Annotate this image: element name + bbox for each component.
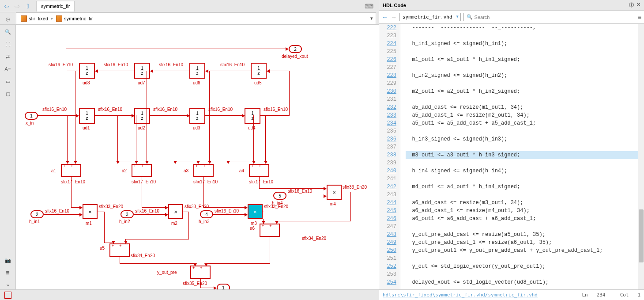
line-number[interactable]: 248 (379, 231, 396, 239)
code-line[interactable]: a6_add_cast_1 <= resize(m4_out1, 34); (406, 207, 638, 215)
nav-back-button[interactable]: ← (382, 14, 388, 21)
fit-icon[interactable]: ⛶ (4, 40, 12, 49)
code-line[interactable] (406, 191, 638, 199)
code-line[interactable] (406, 223, 638, 231)
line-number[interactable]: 234 (379, 119, 396, 127)
expand-icon[interactable]: » (4, 281, 12, 289)
delay-block-ud3[interactable]: 1z (189, 108, 205, 124)
delay-block-ud7[interactable]: 1z (134, 63, 150, 79)
code-line[interactable] (406, 48, 638, 56)
code-content[interactable]: ------- -------------- --_----------, h_… (400, 24, 638, 289)
code-editor[interactable]: 2222232242252262272282292302312322332342… (379, 24, 644, 289)
delay-block-ud6[interactable]: 1z (189, 63, 205, 79)
file-path[interactable]: hdlsrc\sfir_fixed\symmetric_fir.vhd/symm… (383, 292, 538, 298)
line-number[interactable]: 233 (379, 111, 396, 119)
scrollbar-thumb[interactable] (639, 209, 644, 262)
line-number[interactable]: 238 (379, 151, 396, 159)
code-line[interactable]: y_out <= std_logic_vector(y_out_pre_out1… (406, 262, 638, 270)
close-icon[interactable]: ✕ (636, 2, 640, 8)
code-line[interactable]: a5_add_cast_1 <= resize(m2_out1, 34); (406, 111, 638, 119)
code-line[interactable]: h_in3_signed <= signed(h_in3); (406, 135, 638, 143)
inport-1[interactable]: 1 (25, 112, 38, 120)
line-number[interactable]: 254 (379, 278, 396, 286)
add-block-a1[interactable]: ++ (61, 164, 81, 177)
model-tab[interactable]: symmetric_fir (36, 1, 75, 11)
scrollbar[interactable] (638, 24, 644, 289)
line-number[interactable]: 240 (379, 167, 396, 175)
inport-4[interactable]: 4 (200, 210, 213, 218)
breadcrumb-item[interactable]: sfir_fixed (19, 15, 50, 22)
code-line[interactable] (406, 95, 638, 103)
add-block-a2[interactable]: ++ (132, 164, 152, 177)
line-number[interactable]: 250 (379, 247, 396, 254)
list-icon[interactable]: ≣ (4, 268, 12, 277)
target-icon[interactable]: ◎ (4, 15, 12, 24)
line-number[interactable]: 244 (379, 199, 396, 207)
code-line[interactable]: h_in4_signed <= signed(h_in4); (406, 167, 638, 175)
code-line[interactable] (406, 127, 638, 135)
text-icon[interactable]: A≡ (4, 65, 12, 73)
inport-5[interactable]: 5 (273, 192, 286, 200)
line-number[interactable]: 252 (379, 262, 396, 270)
delay-block-ud2[interactable]: 1z (134, 108, 150, 124)
line-number[interactable]: 222 (379, 24, 396, 32)
code-line[interactable] (406, 270, 638, 278)
code-line[interactable]: a6_add_cast <= resize(m3_out1, 34); (406, 199, 638, 207)
code-line[interactable]: m3_out1 <= a3_out1 * h_in3_signed; (406, 151, 638, 159)
line-number[interactable]: 242 (379, 183, 396, 191)
line-number[interactable]: 230 (379, 87, 396, 95)
code-line[interactable]: y_out_pre_add_cast_1 <= resize(a6_out1, … (406, 239, 638, 247)
keyboard-icon[interactable]: ⌨ (365, 3, 373, 10)
nav-back-button[interactable]: ⇦ (2, 1, 11, 11)
code-line[interactable] (406, 254, 638, 262)
breadcrumb-item[interactable]: symmetric_fir (54, 15, 94, 22)
code-line[interactable] (406, 80, 638, 87)
line-number[interactable]: 236 (379, 135, 396, 143)
outport-2[interactable]: 2 (289, 45, 302, 53)
status-icon[interactable] (4, 292, 11, 299)
code-line[interactable]: m2_out1 <= a2_out1 * h_in2_signed; (406, 87, 638, 95)
code-line[interactable]: ------- -------------- --_----------, (406, 24, 638, 32)
breadcrumb[interactable]: sfir_fixed ▸ symmetric_fir ▾ (16, 12, 376, 24)
box-icon[interactable]: ▢ (4, 89, 12, 98)
diagram-canvas[interactable]: 1 x_in sfix16_En10 1z ud1 sfix16_En10 1z… (16, 25, 379, 289)
nav-forward-button[interactable]: ⇨ (12, 1, 22, 11)
code-line[interactable]: m1_out1 <= a1_out1 * h_in1_signed; (406, 56, 638, 64)
add-block-youtpre[interactable]: ++ (190, 266, 211, 279)
inport-3[interactable]: 3 (121, 210, 134, 218)
search-input[interactable]: 🔍 Search (463, 13, 635, 21)
code-line[interactable] (406, 64, 638, 72)
add-block-a4[interactable]: ++ (249, 164, 269, 177)
mul-block-m1[interactable]: × (83, 204, 98, 219)
add-block-a5[interactable]: ++ (109, 243, 130, 257)
file-select[interactable]: symmetric_fir.vhd (399, 13, 461, 21)
code-line[interactable]: delayed_xout <= std_logic_vector(ud8_out… (406, 278, 638, 286)
mul-block-m4[interactable]: × (327, 185, 342, 200)
code-line[interactable]: y_out_pre_add_cast <= resize(a5_out1, 35… (406, 231, 638, 239)
mul-block-m2[interactable]: × (168, 204, 183, 219)
zoom-icon[interactable]: 🔍 (4, 27, 12, 36)
code-line[interactable] (406, 32, 638, 40)
add-block-a6[interactable]: ++ (260, 224, 280, 237)
line-number[interactable]: 226 (379, 56, 396, 64)
delay-block-ud4[interactable]: 1z (245, 108, 260, 124)
line-number[interactable]: 249 (379, 239, 396, 247)
nav-forward-button[interactable]: → (391, 14, 397, 21)
line-number[interactable]: 224 (379, 40, 396, 48)
code-line[interactable]: a6_out1 <= a6_add_cast + a6_add_cast_1; (406, 215, 638, 223)
line-number[interactable]: 232 (379, 103, 396, 111)
code-line[interactable]: a5_add_cast <= resize(m1_out1, 34); (406, 103, 638, 111)
inport-2[interactable]: 2 (30, 210, 44, 218)
camera-icon[interactable]: 📷 (4, 256, 12, 265)
add-block-a3[interactable]: ++ (193, 164, 214, 177)
delay-block-ud1[interactable]: 1z (79, 108, 95, 124)
code-line[interactable] (406, 143, 638, 151)
delay-block-ud8[interactable]: 1z (79, 63, 95, 79)
menu-icon[interactable]: ≡ (638, 14, 641, 21)
code-line[interactable]: y_out_pre_out1 <= y_out_pre_add_cast + y… (406, 247, 638, 254)
help-icon[interactable]: ⓘ (629, 2, 634, 8)
code-line[interactable]: h_in2_signed <= signed(h_in2); (406, 72, 638, 80)
nav-up-button[interactable]: ⇧ (23, 1, 33, 11)
line-number[interactable]: 228 (379, 72, 396, 80)
code-line[interactable]: h_in1_signed <= signed(h_in1); (406, 40, 638, 48)
